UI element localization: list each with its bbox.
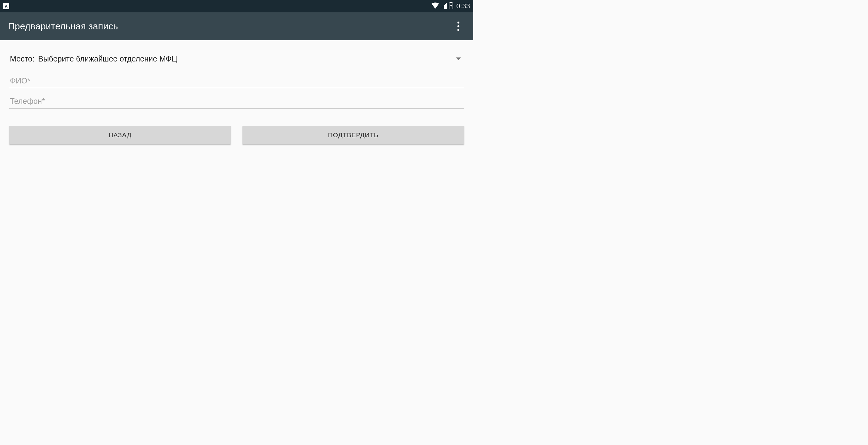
- phone-field: [9, 95, 464, 109]
- wifi-icon: [432, 2, 439, 10]
- svg-point-3: [458, 25, 459, 27]
- cell-signal-icon: [441, 2, 447, 10]
- status-bar: A 0:33: [0, 0, 473, 12]
- fio-input[interactable]: [9, 75, 464, 88]
- battery-charging-icon: [449, 2, 453, 10]
- back-button[interactable]: НАЗАД: [9, 126, 231, 144]
- app-bar: Предварительная запись: [0, 12, 473, 40]
- status-bar-right: 0:33: [432, 2, 470, 10]
- place-spinner-label-group: Место: Выберите ближайшее отделение МФЦ: [10, 54, 177, 63]
- svg-rect-1: [450, 2, 452, 3]
- place-label: Место:: [10, 54, 35, 63]
- phone-input[interactable]: [9, 95, 464, 109]
- more-vert-icon: [457, 21, 460, 31]
- svg-point-2: [458, 22, 459, 24]
- page-title: Предварительная запись: [8, 21, 118, 32]
- place-spinner[interactable]: Место: Выберите ближайшее отделение МФЦ: [9, 53, 464, 68]
- place-selected-value: Выберите ближайшее отделение МФЦ: [38, 54, 177, 63]
- overflow-menu-button[interactable]: [452, 20, 465, 33]
- button-row: НАЗАД ПОДТВЕРДИТЬ: [9, 126, 464, 144]
- status-bar-clock: 0:33: [456, 2, 470, 10]
- status-bar-left: A: [3, 3, 9, 9]
- confirm-button[interactable]: ПОДТВЕРДИТЬ: [243, 126, 464, 144]
- keyboard-indicator-icon: A: [3, 3, 9, 9]
- svg-point-4: [458, 29, 459, 31]
- fio-field: [9, 75, 464, 88]
- chevron-down-icon: [456, 57, 461, 60]
- form-content: Место: Выберите ближайшее отделение МФЦ …: [0, 40, 473, 144]
